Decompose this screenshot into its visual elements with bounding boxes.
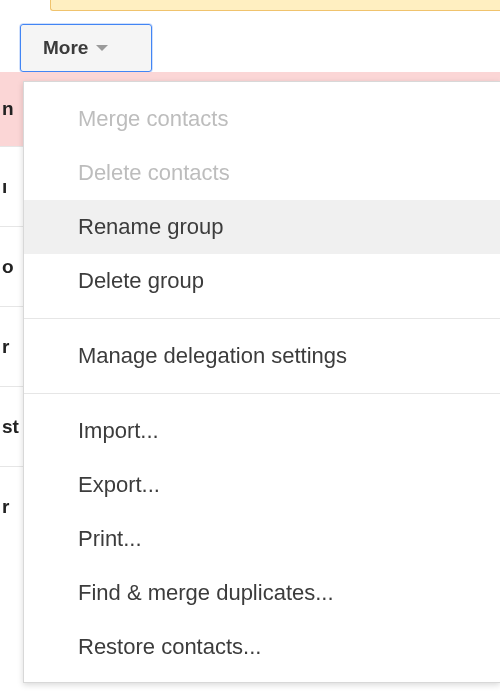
menu-item-export[interactable]: Export... — [24, 458, 500, 512]
notification-banner-fragment — [50, 0, 500, 11]
menu-item-merge-contacts: Merge contacts — [24, 92, 500, 146]
menu-separator — [24, 393, 500, 394]
menu-item-import[interactable]: Import... — [24, 404, 500, 458]
menu-item-rename-group[interactable]: Rename group — [24, 200, 500, 254]
more-button[interactable]: More — [20, 24, 152, 72]
caret-down-icon — [96, 45, 108, 51]
menu-item-print[interactable]: Print... — [24, 512, 500, 566]
menu-item-manage-delegation[interactable]: Manage delegation settings — [24, 329, 500, 383]
menu-item-delete-contacts: Delete contacts — [24, 146, 500, 200]
menu-item-restore-contacts[interactable]: Restore contacts... — [24, 620, 500, 674]
menu-separator — [24, 318, 500, 319]
menu-item-delete-group[interactable]: Delete group — [24, 254, 500, 308]
more-button-label: More — [43, 37, 88, 59]
menu-item-find-merge-duplicates[interactable]: Find & merge duplicates... — [24, 566, 500, 620]
more-dropdown-menu: Merge contacts Delete contacts Rename gr… — [23, 81, 500, 683]
